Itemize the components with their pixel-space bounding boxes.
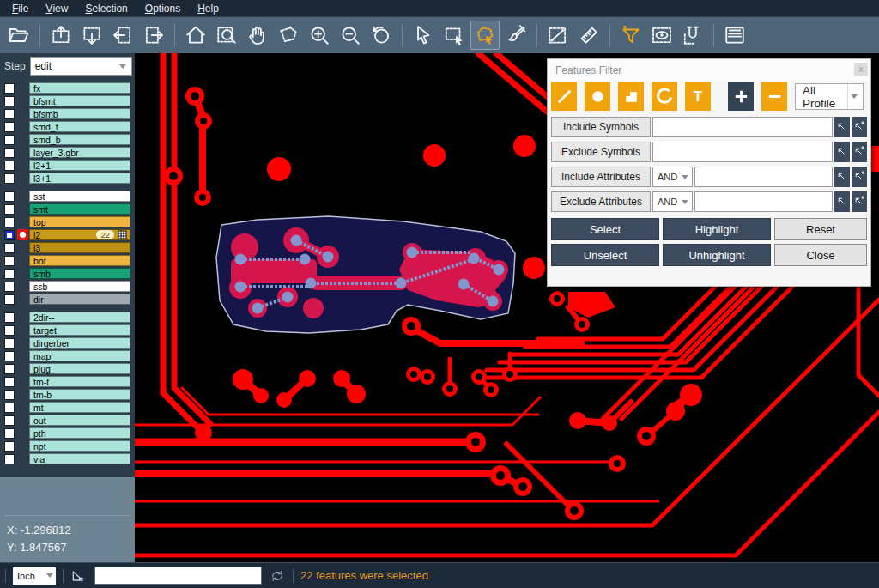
zoom-out-button[interactable]: [336, 21, 365, 50]
pan-left-button[interactable]: [108, 21, 137, 50]
view-options-button[interactable]: [647, 21, 676, 50]
arc-tool-button[interactable]: [652, 82, 677, 111]
layer-row-dirgerber[interactable]: dirgerber: [0, 336, 135, 349]
close-button[interactable]: Close: [774, 244, 867, 266]
layer-row-top[interactable]: top: [0, 215, 135, 228]
layer-chip-npt[interactable]: npt: [29, 440, 130, 452]
layer-chip-out[interactable]: out: [29, 415, 130, 426]
features-filter-button[interactable]: [616, 21, 646, 50]
include-attributes-input[interactable]: [694, 167, 833, 187]
layer-chip-mt[interactable]: mt: [29, 402, 130, 413]
exclude-symbols-button[interactable]: Exclude Symbols: [551, 142, 651, 162]
layer-row-mt[interactable]: mt: [0, 401, 135, 414]
exclude-attributes-pick-button[interactable]: [834, 191, 850, 212]
active-layer-indicator[interactable]: [17, 229, 28, 240]
layer-visibility-checkbox[interactable]: [4, 338, 15, 349]
layer-visibility-checkbox[interactable]: [4, 122, 15, 132]
layer-visibility-checkbox[interactable]: [4, 191, 15, 202]
layer-chip-layer_3.gbr[interactable]: layer_3.gbr: [29, 147, 130, 158]
layer-visibility-checkbox[interactable]: [4, 403, 15, 413]
layer-row-plug[interactable]: plug: [0, 362, 135, 375]
layer-visibility-checkbox[interactable]: [4, 415, 15, 426]
command-input[interactable]: [94, 567, 262, 585]
layer-chip-dir[interactable]: dir: [29, 294, 130, 305]
layer-row-tm-b[interactable]: tm-b: [0, 388, 135, 401]
text-tool-button[interactable]: T: [685, 82, 711, 111]
highlight-button[interactable]: Highlight: [663, 218, 771, 240]
select-button[interactable]: Select: [551, 218, 659, 240]
layer-row-2dir--[interactable]: 2dir--: [0, 311, 135, 324]
layers-panel-button[interactable]: [720, 21, 749, 50]
layer-chip-fx[interactable]: fx: [29, 82, 130, 94]
measure-distance-button[interactable]: [543, 21, 573, 50]
layer-visibility-checkbox[interactable]: [4, 161, 15, 171]
menu-item-selection[interactable]: Selection: [76, 0, 136, 16]
reset-button[interactable]: Reset: [774, 218, 867, 240]
layer-visibility-checkbox[interactable]: [4, 148, 15, 158]
select-polygon-button[interactable]: [470, 21, 500, 50]
menu-item-options[interactable]: Options: [136, 0, 189, 16]
zoom-previous-button[interactable]: [367, 21, 396, 50]
layer-row-l3[interactable]: l3: [0, 241, 135, 254]
include-symbols-pick-add-button[interactable]: [852, 117, 867, 137]
refresh-icon[interactable]: [269, 567, 286, 585]
step-select[interactable]: edit: [30, 57, 132, 76]
pan-down-button[interactable]: [77, 21, 106, 50]
zoom-window-button[interactable]: [212, 21, 241, 50]
exclude-symbols-pick-button[interactable]: [834, 142, 850, 162]
menu-item-file[interactable]: File: [3, 0, 37, 16]
layer-visibility-checkbox[interactable]: [4, 230, 15, 240]
exclude-attributes-button[interactable]: Exclude Attributes: [551, 191, 651, 212]
include-toggle-button[interactable]: [728, 82, 754, 111]
layer-visibility-checkbox[interactable]: [4, 83, 15, 94]
exclude-attributes-operator-select[interactable]: AND: [652, 191, 693, 212]
include-attributes-pick-add-button[interactable]: [852, 167, 867, 187]
layer-visibility-checkbox[interactable]: [4, 109, 15, 119]
pan-hand-button[interactable]: [243, 21, 272, 50]
layer-row-bfsmb[interactable]: bfsmb: [0, 107, 135, 120]
layer-row-map[interactable]: map: [0, 349, 135, 362]
open-file-button[interactable]: [4, 21, 33, 50]
layer-row-smb[interactable]: smb: [0, 267, 135, 280]
menu-item-help[interactable]: Help: [189, 0, 227, 16]
layer-row-pth[interactable]: pth: [0, 427, 135, 439]
zoom-in-button[interactable]: [305, 21, 334, 50]
layer-visibility-checkbox[interactable]: [4, 351, 15, 361]
exclude-symbols-input[interactable]: [652, 142, 833, 162]
exclude-symbols-pick-add-button[interactable]: [852, 142, 867, 162]
include-attributes-pick-button[interactable]: [834, 167, 850, 187]
layer-row-tm-t[interactable]: tm-t: [0, 375, 135, 388]
grid-icon[interactable]: [118, 230, 127, 239]
select-cursor-button[interactable]: [409, 21, 438, 50]
layer-row-fx[interactable]: fx: [0, 82, 135, 94]
layer-chip-via[interactable]: via: [29, 453, 130, 464]
pan-right-button[interactable]: [139, 21, 168, 50]
unselect-button[interactable]: Unselect: [551, 244, 659, 266]
pan-up-button[interactable]: [46, 21, 76, 50]
layer-chip-l3+1[interactable]: l3+1: [29, 173, 130, 184]
layer-row-npt[interactable]: npt: [0, 439, 135, 452]
layer-visibility-checkbox[interactable]: [4, 441, 15, 452]
line-tool-button[interactable]: [551, 82, 577, 111]
layer-visibility-checkbox[interactable]: [4, 377, 15, 387]
clear-highlight-button[interactable]: [501, 21, 530, 50]
layer-chip-pth[interactable]: pth: [29, 427, 130, 439]
layer-chip-smb[interactable]: smb: [29, 268, 130, 279]
layer-chip-bot[interactable]: bot: [29, 255, 130, 266]
exclude-toggle-button[interactable]: [761, 82, 787, 111]
layer-visibility-checkbox[interactable]: [4, 294, 15, 305]
home-view-button[interactable]: [181, 21, 210, 50]
layer-row-bfsmt[interactable]: bfsmt: [0, 94, 135, 107]
layer-visibility-checkbox[interactable]: [4, 204, 15, 215]
unhighlight-button[interactable]: Unhighlight: [663, 244, 771, 266]
include-attributes-button[interactable]: Include Attributes: [551, 167, 651, 187]
layer-chip-bfsmt[interactable]: bfsmt: [29, 95, 130, 106]
menu-item-view[interactable]: View: [37, 0, 76, 16]
measure-ruler-button[interactable]: [574, 21, 603, 50]
layer-chip-dirgerber[interactable]: dirgerber: [29, 337, 130, 349]
layer-visibility-checkbox[interactable]: [4, 173, 15, 184]
layer-chip-ssb[interactable]: ssb: [29, 281, 130, 292]
include-symbols-button[interactable]: Include Symbols: [551, 117, 651, 137]
layer-chip-smt[interactable]: smt: [29, 203, 130, 215]
close-icon[interactable]: x: [854, 63, 868, 76]
